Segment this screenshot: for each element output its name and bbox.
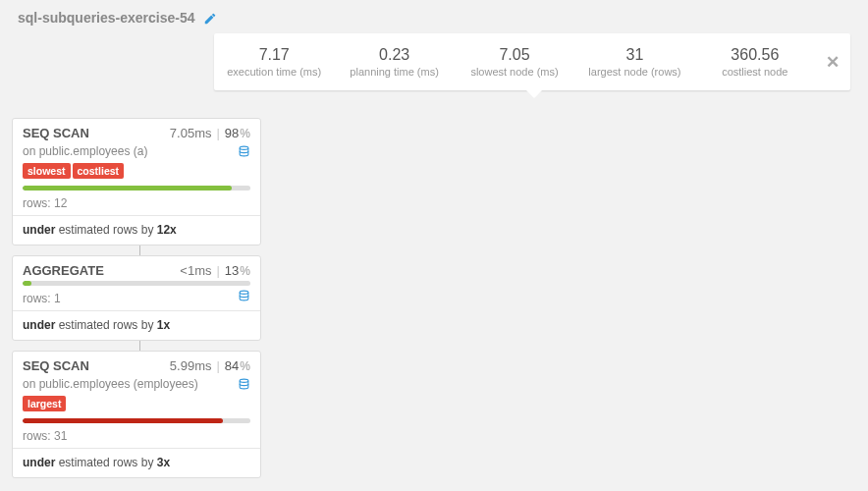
- plan-tree: SEQ SCAN7.05ms|98 %on public.employees (…: [0, 118, 868, 478]
- stat-label: costliest node: [699, 66, 811, 78]
- stat-value: 7.17: [218, 46, 330, 64]
- node-header: SEQ SCAN7.05ms|98 %: [13, 119, 260, 143]
- plan-node[interactable]: SEQ SCAN5.99ms|84 %on public.employees (…: [12, 351, 261, 478]
- stat-label: planning time (ms): [338, 66, 450, 78]
- node-rows: rows: 31: [13, 423, 260, 448]
- page-title-bar: sql-subqueries-exercise-54: [0, 0, 868, 33]
- stat-value: 360.56: [699, 46, 811, 64]
- node-percent: 13: [225, 263, 239, 278]
- edit-icon[interactable]: [203, 10, 217, 26]
- plan-node[interactable]: AGGREGATE<1ms|13 %rows: 1under estimated…: [12, 255, 261, 341]
- tag-slowest: slowest: [23, 163, 71, 179]
- node-name: AGGREGATE: [23, 263, 180, 278]
- stat-2[interactable]: 7.05slowest node (ms): [455, 36, 574, 87]
- stat-label: execution time (ms): [218, 66, 330, 78]
- stat-value: 7.05: [459, 46, 570, 64]
- stat-value: 31: [578, 46, 690, 64]
- node-name: SEQ SCAN: [23, 358, 170, 373]
- svg-point-2: [240, 380, 248, 383]
- stat-3[interactable]: 31largest node (rows): [574, 36, 694, 87]
- node-bar: [13, 186, 260, 191]
- database-icon: [238, 288, 250, 302]
- page-title: sql-subqueries-exercise-54: [18, 10, 195, 26]
- node-bar: [13, 281, 260, 286]
- node-percent: 84: [225, 358, 239, 373]
- tag-costliest: costliest: [73, 163, 125, 179]
- node-rows: rows: 12: [13, 191, 260, 215]
- svg-point-1: [240, 292, 248, 295]
- node-duration: 5.99ms: [170, 358, 212, 373]
- stat-value: 0.23: [338, 46, 450, 64]
- node-tags: slowestcostliest: [13, 163, 260, 186]
- stat-1[interactable]: 0.23planning time (ms): [334, 36, 454, 87]
- node-estimate: under estimated rows by 1x: [13, 311, 260, 340]
- stat-label: largest node (rows): [578, 66, 690, 78]
- node-name: SEQ SCAN: [23, 126, 170, 140]
- node-estimate: under estimated rows by 3x: [13, 449, 260, 477]
- svg-point-0: [240, 146, 248, 149]
- node-duration: <1ms: [180, 263, 211, 278]
- node-header: SEQ SCAN5.99ms|84 %: [13, 352, 260, 376]
- node-duration: 7.05ms: [170, 126, 212, 140]
- node-rows: rows: 1: [13, 286, 260, 310]
- node-bar: [13, 418, 260, 423]
- stat-4[interactable]: 360.56costliest node: [695, 36, 815, 87]
- stat-label: slowest node (ms): [459, 66, 570, 78]
- database-icon: [238, 143, 250, 158]
- node-estimate: under estimated rows by 12x: [13, 216, 260, 245]
- close-icon[interactable]: ✕: [815, 52, 850, 73]
- tag-largest: largest: [23, 396, 66, 411]
- node-percent: 98: [225, 126, 239, 140]
- node-relation: on public.employees (a): [13, 143, 260, 163]
- plan-node[interactable]: SEQ SCAN7.05ms|98 %on public.employees (…: [12, 118, 261, 246]
- stats-bar: 7.17execution time (ms)0.23planning time…: [214, 33, 850, 90]
- database-icon: [238, 376, 250, 391]
- node-relation: on public.employees (employees): [13, 376, 260, 396]
- node-header: AGGREGATE<1ms|13 %: [13, 256, 260, 281]
- node-tags: largest: [13, 396, 260, 418]
- stat-0[interactable]: 7.17execution time (ms): [214, 36, 334, 87]
